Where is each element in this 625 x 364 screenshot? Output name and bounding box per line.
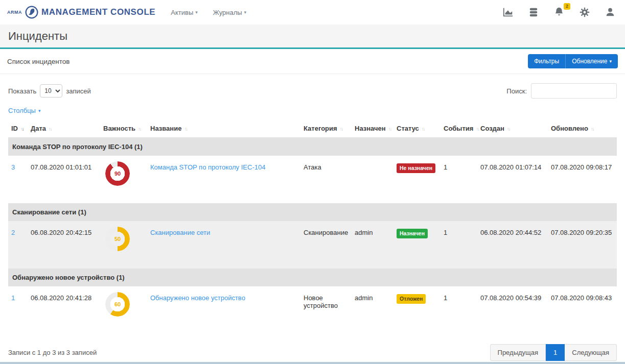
column-header-status[interactable]: Статус↑↓ (393, 119, 441, 138)
menu-journals[interactable]: Журналы ▾ (213, 9, 246, 16)
cell-id: 3 (8, 156, 28, 203)
filters-button[interactable]: Фильтры (528, 54, 565, 68)
menu-assets[interactable]: Активы ▾ (171, 9, 198, 16)
incident-id-link[interactable]: 2 (11, 229, 15, 236)
cell-category: Атака (300, 156, 352, 203)
database-icon[interactable] (528, 7, 539, 18)
column-header-date[interactable]: Дата↑↓ (28, 119, 100, 138)
sort-icon: ↑↓ (422, 126, 425, 132)
column-header-severity[interactable]: Важность↑↓ (100, 119, 147, 138)
column-header-label: Название (150, 125, 181, 132)
refresh-dropdown-button[interactable]: Обновление ▾ (565, 54, 618, 68)
sort-icon: ↑↓ (476, 126, 479, 132)
incidents-table: ID↑↓Дата↑↓Важность↑↓Название↑↓Категория↑… (8, 119, 617, 334)
columns-dropdown[interactable]: Столбцы ▾ (0, 101, 49, 117)
records-label: записей (66, 87, 90, 95)
incident-id-link[interactable]: 3 (11, 163, 15, 171)
cell-created: 07.08.2020 00:54:39 (477, 286, 548, 334)
notification-count-badge: 2 (564, 3, 570, 10)
notifications-bell-icon[interactable]: 2 (553, 7, 565, 18)
page-header: Инциденты (0, 25, 625, 49)
cell-severity: 60 (100, 286, 147, 334)
cell-name: Команда STOP по протоколу IEC-104 (147, 156, 300, 203)
incident-name-link[interactable]: Команда STOP по протоколу IEC-104 (150, 163, 265, 171)
cell-severity: 90 (100, 156, 147, 203)
page-length-control: Показать 10 записей (8, 84, 91, 98)
gear-icon[interactable] (579, 7, 590, 18)
menu-journals-label: Журналы (213, 9, 242, 16)
incident-name-link[interactable]: Обнаружено новое устройство (150, 294, 245, 302)
column-header-name[interactable]: Название↑↓ (147, 119, 300, 138)
user-profile-icon[interactable] (605, 7, 616, 18)
panel-header: Список инцидентов Фильтры Обновление ▾ (0, 49, 625, 74)
chevron-down-icon: ▾ (244, 10, 247, 15)
chart-icon[interactable] (502, 7, 514, 18)
cell-date: 06.08.2020 20:41:28 (28, 286, 100, 334)
search-input[interactable] (531, 83, 617, 99)
severity-donut: 60 (105, 292, 130, 317)
sort-icon: ↑↓ (184, 126, 187, 132)
severity-donut: 50 (105, 227, 130, 251)
status-badge: Назначен (397, 229, 428, 238)
group-header-row: Команда STOP по протоколу IEC-104 (1) (8, 138, 617, 156)
severity-value: 60 (105, 292, 130, 317)
cell-name: Обнаружено новое устройство (147, 286, 300, 334)
cell-category: Сканирование (300, 221, 352, 269)
pagination-page-1-button[interactable]: 1 (546, 344, 565, 361)
incident-id-link[interactable]: 1 (11, 294, 15, 302)
incident-name-link[interactable]: Сканирование сети (150, 229, 210, 236)
show-label: Показать (8, 87, 36, 95)
cell-status: Отложен (393, 286, 441, 334)
records-info: Записи с 1 до 3 из 3 записей (8, 349, 97, 356)
sort-icon: ↑↓ (20, 126, 24, 132)
column-header-events[interactable]: События↑↓ (441, 119, 477, 138)
column-header-updated[interactable]: Обновлено↑↓ (548, 119, 617, 138)
cell-id: 1 (8, 286, 28, 334)
column-header-category[interactable]: Категория↑↓ (300, 119, 352, 138)
severity-donut: 90 (105, 161, 130, 186)
sort-icon: ↑↓ (591, 126, 594, 132)
group-header-label: Команда STOP по протоколу IEC-104 (1) (8, 138, 617, 156)
search-label: Поиск: (506, 87, 527, 95)
group-header-row: Сканирование сети (1) (8, 203, 617, 221)
column-header-label: Назначен (355, 125, 386, 132)
incident-row: 106.08.2020 20:41:2860Обнаружено новое у… (8, 286, 617, 334)
navbar-icons: 2 (502, 7, 616, 18)
column-header-label: Дата (31, 125, 46, 132)
page-title: Инциденты (8, 30, 67, 43)
main-menu: Активы ▾ Журналы ▾ (171, 9, 246, 16)
column-header-label: Статус (397, 125, 419, 132)
page-length-select[interactable]: 10 (40, 84, 62, 98)
pagination: Предыдущая 1 Следующая (490, 344, 617, 361)
columns-dropdown-label: Столбцы (8, 107, 36, 114)
cell-date: 07.08.2020 01:01:01 (28, 156, 100, 203)
group-header-row: Обнаружено новое устройство (1) (8, 269, 617, 286)
sort-icon: ↑↓ (388, 126, 391, 132)
column-header-label: Категория (304, 125, 337, 132)
brand-logo[interactable]: ARMA MANAGEMENT CONSOLE (7, 5, 155, 19)
column-header-label: ID (11, 125, 18, 132)
cell-updated: 07.08.2020 09:20:35 (548, 221, 617, 269)
cell-category: Новое устройство (300, 286, 352, 334)
pagination-previous-button[interactable]: Предыдущая (490, 344, 546, 361)
severity-value: 50 (105, 227, 130, 251)
chevron-down-icon: ▾ (609, 59, 612, 64)
cell-events: 1 (441, 221, 477, 269)
cell-id: 2 (8, 221, 28, 269)
pagination-next-button[interactable]: Следующая (565, 344, 617, 361)
column-header-created[interactable]: Создан↑↓ (477, 119, 548, 138)
incident-row: 206.08.2020 20:42:1550Сканирование сетиС… (8, 221, 617, 269)
incident-row: 307.08.2020 01:01:0190Команда STOP по пр… (8, 156, 617, 203)
table-footer: Записи с 1 до 3 из 3 записей Предыдущая … (0, 334, 625, 364)
cell-assignee (352, 156, 393, 203)
column-header-id[interactable]: ID↑↓ (8, 119, 28, 138)
chevron-down-icon: ▾ (195, 10, 198, 15)
table-controls: Показать 10 записей Поиск: (0, 74, 625, 101)
column-header-assignee[interactable]: Назначен↑↓ (352, 119, 393, 138)
cell-assignee: admin (352, 221, 393, 269)
refresh-button-label: Обновление (572, 58, 607, 65)
cell-name: Сканирование сети (147, 221, 300, 269)
sort-icon: ↑↓ (507, 126, 510, 132)
cell-created: 07.08.2020 01:07:14 (477, 156, 548, 203)
panel-actions: Фильтры Обновление ▾ (528, 54, 618, 68)
